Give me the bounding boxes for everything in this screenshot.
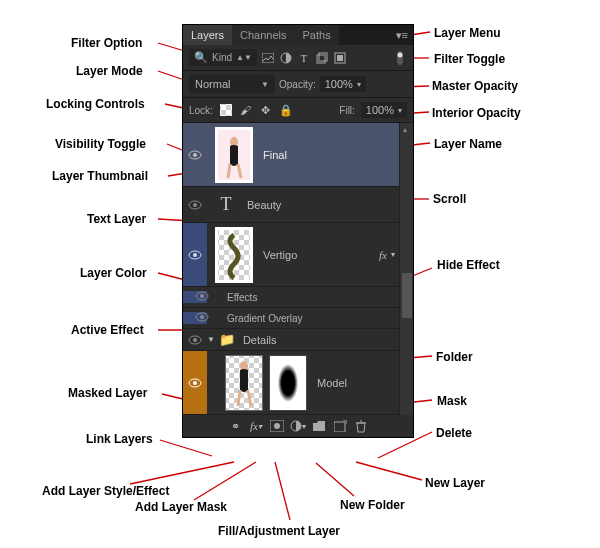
add-layer-style-icon[interactable]: fx▾: [247, 419, 265, 433]
visibility-toggle[interactable]: [188, 250, 202, 260]
label-interior-opacity: Interior Opacity: [432, 106, 521, 120]
label-locking-controls: Locking Controls: [46, 97, 145, 111]
blend-mode-select[interactable]: Normal ▼: [189, 75, 275, 93]
fill-label: Fill:: [339, 105, 355, 116]
layer-name[interactable]: Model: [307, 377, 347, 389]
visibility-toggle[interactable]: [188, 335, 202, 345]
label-add-layer-mask: Add Layer Mask: [135, 500, 227, 514]
svg-rect-28: [319, 53, 327, 61]
label-layer-menu: Layer Menu: [434, 26, 501, 40]
label-masked-layer: Masked Layer: [68, 386, 147, 400]
lock-label: Lock:: [189, 105, 213, 116]
label-layer-thumbnail: Layer Thumbnail: [52, 169, 148, 183]
label-filter-toggle: Filter Toggle: [434, 52, 505, 66]
new-folder-icon[interactable]: [310, 419, 328, 433]
text-layer-icon[interactable]: T: [215, 194, 237, 216]
fill-adjustment-layer-icon[interactable]: ▾: [289, 419, 307, 433]
tab-paths[interactable]: Paths: [295, 25, 339, 45]
lock-pixels-icon[interactable]: 🖌: [239, 103, 253, 117]
filter-kind-select[interactable]: 🔍 Kind ▲▼: [189, 49, 257, 66]
blend-row: Normal ▼ Opacity: 100% ▾: [183, 71, 413, 98]
layer-final[interactable]: Final: [183, 123, 413, 187]
label-text-layer: Text Layer: [87, 212, 146, 226]
filter-shape-icon[interactable]: [315, 51, 329, 65]
opacity-label: Opacity:: [279, 79, 316, 90]
layer-name[interactable]: Vertigo: [253, 249, 297, 261]
search-icon: 🔍: [194, 51, 208, 64]
new-layer-icon[interactable]: [331, 419, 349, 433]
svg-point-40: [193, 203, 197, 207]
visibility-toggle[interactable]: [188, 200, 202, 210]
layer-thumbnail[interactable]: [215, 227, 253, 283]
fill-input[interactable]: 100% ▾: [361, 102, 407, 118]
chevron-down-icon: ▾: [357, 80, 361, 89]
panel-menu-icon[interactable]: ▾≡: [391, 29, 413, 42]
layer-details-folder[interactable]: ▼ 📁 Details: [183, 329, 413, 351]
visibility-toggle[interactable]: [195, 312, 209, 322]
lock-all-icon[interactable]: 🔒: [279, 103, 293, 117]
filter-toggle-switch[interactable]: [393, 51, 407, 65]
effect-gradient-overlay[interactable]: Gradient Overlay: [183, 308, 413, 329]
scrollbar-thumb[interactable]: [402, 273, 412, 318]
visibility-toggle[interactable]: [195, 291, 209, 301]
link-layers-icon[interactable]: ⚭: [226, 419, 244, 433]
visibility-toggle[interactable]: [188, 150, 202, 160]
layer-vertigo[interactable]: Vertigo fx ▾: [183, 223, 413, 287]
chevron-down-icon: ▼: [261, 80, 269, 89]
svg-line-10: [130, 462, 234, 484]
add-layer-mask-icon[interactable]: [268, 419, 286, 433]
svg-rect-57: [334, 422, 345, 432]
layer-thumbnail[interactable]: [225, 355, 263, 411]
svg-point-55: [274, 423, 280, 429]
label-layer-mode: Layer Mode: [76, 64, 143, 78]
lock-position-icon[interactable]: ✥: [259, 103, 273, 117]
chevron-icon: ▲▼: [236, 53, 252, 62]
bottom-toolbar: ⚭ fx▾ ▾: [183, 415, 413, 437]
svg-point-50: [193, 381, 197, 385]
svg-line-52: [238, 390, 240, 406]
filter-row: 🔍 Kind ▲▼ T: [183, 45, 413, 71]
panel-tabs: Layers Channels Paths ▾≡: [183, 25, 413, 45]
svg-point-48: [193, 338, 197, 342]
label-new-layer: New Layer: [425, 476, 485, 490]
svg-point-44: [200, 294, 204, 298]
svg-line-37: [228, 164, 230, 178]
layer-model[interactable]: Model: [183, 351, 413, 415]
label-fill-adjustment: Fill/Adjustment Layer: [218, 524, 340, 538]
filter-adjustment-icon[interactable]: [279, 51, 293, 65]
delete-icon[interactable]: [352, 419, 370, 433]
label-visibility-toggle: Visibility Toggle: [55, 137, 146, 151]
layer-mask-thumbnail[interactable]: [269, 355, 307, 411]
label-add-layer-style: Add Layer Style/Effect: [42, 484, 169, 498]
svg-line-9: [160, 440, 212, 456]
layer-name[interactable]: Final: [253, 149, 287, 161]
label-master-opacity: Master Opacity: [432, 79, 518, 93]
fill-value: 100%: [366, 104, 394, 116]
filter-type-icon[interactable]: T: [297, 51, 311, 65]
filter-smart-icon[interactable]: [333, 51, 347, 65]
blend-mode-value: Normal: [195, 78, 230, 90]
svg-line-13: [316, 463, 354, 496]
filter-pixel-icon[interactable]: [261, 51, 275, 65]
lock-transparency-icon[interactable]: [219, 103, 233, 117]
tab-layers[interactable]: Layers: [183, 25, 232, 45]
svg-line-11: [194, 462, 256, 500]
folder-collapse-icon[interactable]: ▼: [207, 335, 215, 344]
effects-row[interactable]: Effects: [183, 287, 413, 308]
chevron-down-icon: ▾: [398, 106, 402, 115]
label-hide-effect: Hide Effect: [437, 258, 477, 272]
svg-point-34: [193, 153, 197, 157]
layer-beauty[interactable]: T Beauty: [183, 187, 413, 223]
folder-icon: 📁: [219, 332, 235, 347]
layer-name[interactable]: Details: [239, 334, 277, 346]
svg-line-14: [356, 462, 422, 480]
visibility-toggle[interactable]: [188, 378, 202, 388]
fx-badge[interactable]: fx: [379, 249, 391, 261]
opacity-input[interactable]: 100% ▾: [320, 76, 366, 92]
label-filter-option: Filter Option: [71, 36, 142, 50]
layer-thumbnail[interactable]: [215, 127, 253, 183]
scrollbar[interactable]: [399, 123, 413, 415]
svg-point-32: [398, 52, 403, 57]
layer-name[interactable]: Beauty: [237, 199, 281, 211]
tab-channels[interactable]: Channels: [232, 25, 294, 45]
